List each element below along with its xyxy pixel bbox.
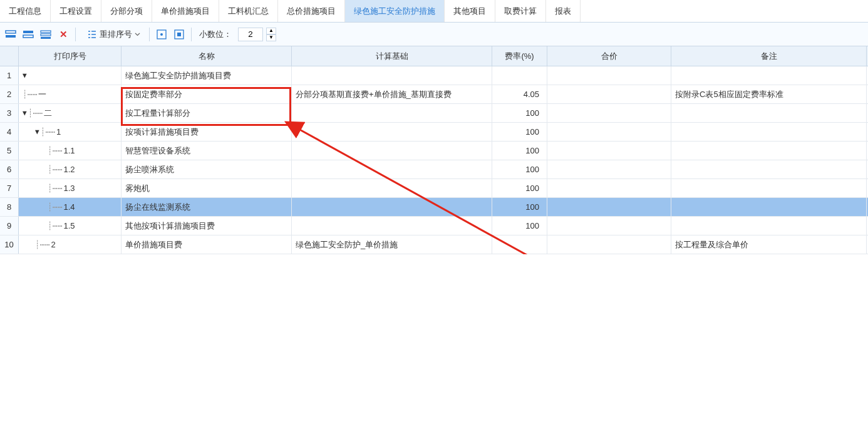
row-number[interactable]: 5 [0, 142, 19, 160]
cell-name[interactable]: 按固定费率部分 [121, 85, 292, 103]
tab-0[interactable]: 工程信息 [0, 0, 51, 22]
reorder-dropdown[interactable]: 重排序号 [81, 27, 144, 42]
table-row[interactable]: 4▼┊⋯⋯1按项计算措施项目费100 [0, 123, 868, 142]
col-name[interactable]: 名称 [121, 46, 292, 66]
col-seq[interactable]: 打印序号 [19, 46, 121, 66]
tab-6[interactable]: 绿色施工安全防护措施 [345, 0, 445, 22]
cell-total[interactable] [547, 235, 671, 254]
row-number[interactable]: 4 [0, 123, 19, 141]
row-number[interactable]: 3 [0, 104, 19, 122]
cell-total[interactable] [547, 104, 671, 122]
cell-seq[interactable]: ┊⋯⋯1.2 [19, 160, 121, 178]
cell-note[interactable]: 按附录C表5相应固定费率标准 [671, 85, 867, 103]
cell-basis[interactable] [292, 179, 492, 197]
cell-note[interactable] [671, 142, 867, 160]
tab-4[interactable]: 工料机汇总 [219, 0, 278, 22]
cell-rate[interactable]: 4.05 [492, 85, 547, 103]
tab-7[interactable]: 其他项目 [445, 0, 495, 22]
decimals-stepper[interactable]: ▲ ▼ [266, 28, 276, 41]
table-row[interactable]: 6┊⋯⋯1.2扬尘喷淋系统100 [0, 160, 868, 179]
table-row[interactable]: 10┊⋯⋯2单价措施项目费绿色施工安全防护_单价措施按工程量及综合单价 [0, 235, 868, 254]
cell-rate[interactable]: 100 [492, 142, 547, 160]
cell-name[interactable]: 扬尘喷淋系统 [121, 160, 292, 178]
cell-seq[interactable]: ▼ [19, 66, 121, 85]
step-down-icon[interactable]: ▼ [266, 34, 276, 41]
cell-basis[interactable] [292, 123, 492, 141]
cell-note[interactable] [671, 123, 867, 141]
decimals-input[interactable] [238, 28, 263, 41]
cell-basis[interactable]: 分部分项基期直接费+单价措施_基期直接费 [292, 85, 492, 103]
insert-row-above-icon[interactable] [4, 28, 18, 41]
row-number[interactable]: 9 [0, 217, 19, 235]
cell-basis[interactable]: 绿色施工安全防护_单价措施 [292, 235, 492, 254]
cell-total[interactable] [547, 179, 671, 197]
row-number[interactable]: 8 [0, 198, 19, 216]
cell-rate[interactable]: 100 [492, 179, 547, 197]
cell-note[interactable] [671, 179, 867, 197]
delete-icon[interactable]: ✕ [56, 28, 70, 41]
cell-name[interactable]: 按工程量计算部分 [121, 104, 292, 122]
cell-rate[interactable] [492, 235, 547, 254]
cell-rate[interactable]: 100 [492, 123, 547, 141]
tab-1[interactable]: 工程设置 [51, 0, 101, 22]
cell-rate[interactable]: 100 [492, 104, 547, 122]
cell-rate[interactable]: 100 [492, 217, 547, 235]
cell-name[interactable]: 扬尘在线监测系统 [121, 198, 292, 216]
tab-5[interactable]: 总价措施项目 [278, 0, 345, 22]
cell-basis[interactable] [292, 198, 492, 216]
table-row[interactable]: 9┊⋯⋯1.5其他按项计算措施项目费100 [0, 217, 868, 235]
tab-9[interactable]: 报表 [546, 0, 581, 22]
tab-8[interactable]: 取费计算 [495, 0, 546, 22]
cell-total[interactable] [547, 217, 671, 235]
cell-rate[interactable] [492, 66, 547, 85]
cell-total[interactable] [547, 160, 671, 178]
cell-note[interactable] [671, 66, 867, 85]
tool-icon-a[interactable] [155, 28, 168, 41]
table-row[interactable]: 1▼绿色施工安全防护措施项目费 [0, 66, 868, 85]
cell-basis[interactable] [292, 142, 492, 160]
table-row[interactable]: 2┊⋯⋯一按固定费率部分分部分项基期直接费+单价措施_基期直接费4.05按附录C… [0, 85, 868, 104]
cell-name[interactable]: 单价措施项目费 [121, 235, 292, 254]
cell-note[interactable] [671, 198, 867, 216]
cell-basis[interactable] [292, 160, 492, 178]
table-row[interactable]: 5┊⋯⋯1.1智慧管理设备系统100 [0, 142, 868, 160]
cell-seq[interactable]: ▼┊⋯⋯二 [19, 104, 121, 122]
cell-rate[interactable]: 100 [492, 160, 547, 178]
insert-rows-icon[interactable] [39, 28, 53, 41]
cell-total[interactable] [547, 198, 671, 216]
insert-row-below-icon[interactable] [21, 28, 35, 41]
cell-seq[interactable]: ┊⋯⋯1.1 [19, 142, 121, 160]
col-note[interactable]: 备注 [671, 46, 867, 66]
cell-basis[interactable] [292, 217, 492, 235]
cell-note[interactable] [671, 104, 867, 122]
table-row[interactable]: 7┊⋯⋯1.3雾炮机100 [0, 179, 868, 198]
cell-name[interactable]: 智慧管理设备系统 [121, 142, 292, 160]
cell-total[interactable] [547, 142, 671, 160]
step-up-icon[interactable]: ▲ [266, 28, 276, 34]
cell-name[interactable]: 按项计算措施项目费 [121, 123, 292, 141]
cell-total[interactable] [547, 85, 671, 103]
col-basis[interactable]: 计算基础 [292, 46, 492, 66]
cell-seq[interactable]: ┊⋯⋯2 [19, 235, 121, 254]
table-row[interactable]: 8┊⋯⋯1.4扬尘在线监测系统100 [0, 198, 868, 217]
row-number[interactable]: 6 [0, 160, 19, 178]
cell-seq[interactable]: ┊⋯⋯1.4 [19, 198, 121, 216]
cell-note[interactable]: 按工程量及综合单价 [671, 235, 867, 254]
cell-name[interactable]: 绿色施工安全防护措施项目费 [121, 66, 292, 85]
tool-icon-b[interactable] [172, 28, 186, 41]
cell-name[interactable]: 其他按项计算措施项目费 [121, 217, 292, 235]
row-number[interactable]: 1 [0, 66, 19, 85]
row-number[interactable]: 2 [0, 85, 19, 103]
cell-name[interactable]: 雾炮机 [121, 179, 292, 197]
cell-seq[interactable]: ┊⋯⋯1.3 [19, 179, 121, 197]
cell-seq[interactable]: ▼┊⋯⋯1 [19, 123, 121, 141]
cell-basis[interactable] [292, 104, 492, 122]
col-total[interactable]: 合价 [547, 46, 671, 66]
cell-total[interactable] [547, 66, 671, 85]
tab-2[interactable]: 分部分项 [101, 0, 152, 22]
row-number[interactable]: 7 [0, 179, 19, 197]
cell-total[interactable] [547, 123, 671, 141]
cell-seq[interactable]: ┊⋯⋯一 [19, 85, 121, 103]
row-number[interactable]: 10 [0, 235, 19, 254]
table-row[interactable]: 3▼┊⋯⋯二按工程量计算部分100 [0, 104, 868, 123]
